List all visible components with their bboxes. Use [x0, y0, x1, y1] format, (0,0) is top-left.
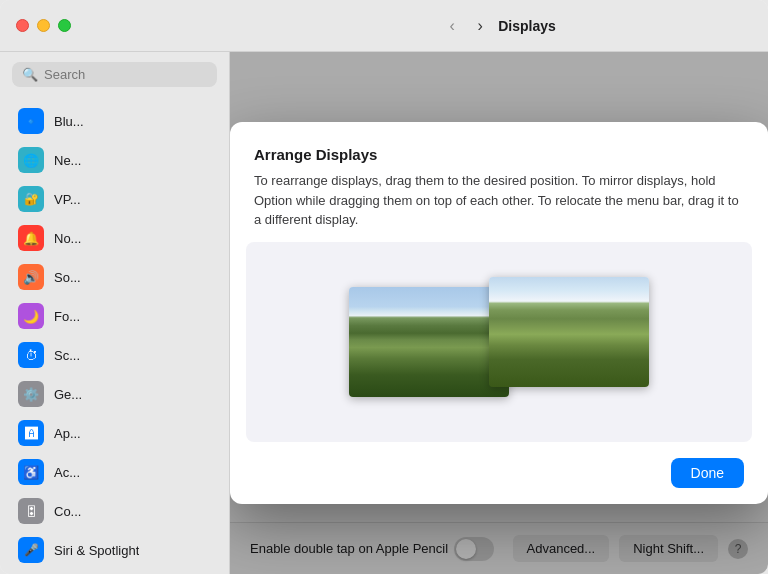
close-button[interactable] [16, 19, 29, 32]
search-input[interactable] [44, 67, 207, 82]
sidebar-item-accessibility[interactable]: ♿ Ac... [6, 453, 223, 491]
sidebar-item-label: No... [54, 231, 81, 246]
modal-footer: Done [230, 442, 768, 504]
sidebar-item-label: Sc... [54, 348, 80, 363]
minimize-button[interactable] [37, 19, 50, 32]
sidebar-item-label: Blu... [54, 114, 84, 129]
sidebar-item-bluetooth[interactable]: 🔹 Blu... [6, 102, 223, 140]
focus-icon: 🌙 [18, 303, 44, 329]
accessibility-icon: ♿ [18, 459, 44, 485]
sidebar-item-vpn[interactable]: 🔐 VP... [6, 180, 223, 218]
sound-icon: 🔊 [18, 264, 44, 290]
sidebar-item-screentime[interactable]: ⏱ Sc... [6, 336, 223, 374]
sidebar-item-label: Ge... [54, 387, 82, 402]
main-content: Enable double tap on Apple Pencil Advanc… [230, 52, 768, 574]
sidebar-item-label: So... [54, 270, 81, 285]
sidebar-item-sound[interactable]: 🔊 So... [6, 258, 223, 296]
display-image-2 [489, 277, 649, 387]
sidebar-item-label: Ne... [54, 153, 81, 168]
bluetooth-icon: 🔹 [18, 108, 44, 134]
display-thumb-2[interactable] [489, 277, 649, 387]
modal-title: Arrange Displays [254, 146, 744, 163]
modal-overlay: Arrange Displays To rearrange displays, … [230, 52, 768, 574]
sidebar-item-label: Siri & Spotlight [54, 543, 139, 558]
siri-icon: 🎤 [18, 537, 44, 563]
maximize-button[interactable] [58, 19, 71, 32]
titlebar: ‹ › Displays [0, 0, 768, 52]
sidebar-item-general[interactable]: ⚙️ Ge... [6, 375, 223, 413]
forward-arrow-button[interactable]: › [470, 16, 490, 36]
sidebar-items-list: 🔹 Blu... 🌐 Ne... 🔐 VP... [0, 97, 229, 574]
sidebar-item-label: Ac... [54, 465, 80, 480]
sidebar-item-focus[interactable]: 🌙 Fo... [6, 297, 223, 335]
search-icon: 🔍 [22, 67, 38, 82]
sidebar-item-label: Ap... [54, 426, 81, 441]
network-icon: 🌐 [18, 147, 44, 173]
sidebar-item-notifications[interactable]: 🔔 No... [6, 219, 223, 257]
display-arrangement-area [246, 242, 752, 442]
done-button[interactable]: Done [671, 458, 744, 488]
titlebar-center: ‹ › Displays [230, 16, 768, 36]
page-title: Displays [498, 18, 556, 34]
traffic-lights [0, 19, 230, 32]
controlcenter-icon: 🎛 [18, 498, 44, 524]
modal-header: Arrange Displays To rearrange displays, … [230, 122, 768, 242]
sidebar-item-network[interactable]: 🌐 Ne... [6, 141, 223, 179]
main-window: ‹ › Displays 🔍 🔹 Blu... [0, 0, 768, 574]
window-body: 🔍 🔹 Blu... 🌐 Ne... [0, 52, 768, 574]
sidebar-item-privacy[interactable]: 🔒 Privacy & Security [6, 570, 223, 574]
sidebar-item-label: VP... [54, 192, 81, 207]
screentime-icon: ⏱ [18, 342, 44, 368]
general-icon: ⚙️ [18, 381, 44, 407]
display-thumb-1[interactable] [349, 287, 509, 397]
modal-description: To rearrange displays, drag them to the … [254, 171, 744, 230]
search-bar[interactable]: 🔍 [12, 62, 217, 87]
display-thumbnails [349, 287, 649, 397]
appstore-icon: 🅰 [18, 420, 44, 446]
back-arrow-button[interactable]: ‹ [442, 16, 462, 36]
vpn-icon: 🔐 [18, 186, 44, 212]
search-container: 🔍 [0, 52, 229, 97]
sidebar-item-sirisearch[interactable]: 🎤 Siri & Spotlight [6, 531, 223, 569]
sidebar: 🔍 🔹 Blu... 🌐 Ne... [0, 52, 230, 574]
sidebar-item-appstore[interactable]: 🅰 Ap... [6, 414, 223, 452]
sidebar-item-controlcenter[interactable]: 🎛 Co... [6, 492, 223, 530]
sidebar-item-label: Co... [54, 504, 81, 519]
arrange-displays-modal: Arrange Displays To rearrange displays, … [230, 122, 768, 504]
sidebar-item-label: Fo... [54, 309, 80, 324]
notifications-icon: 🔔 [18, 225, 44, 251]
display-image-1 [349, 287, 509, 397]
